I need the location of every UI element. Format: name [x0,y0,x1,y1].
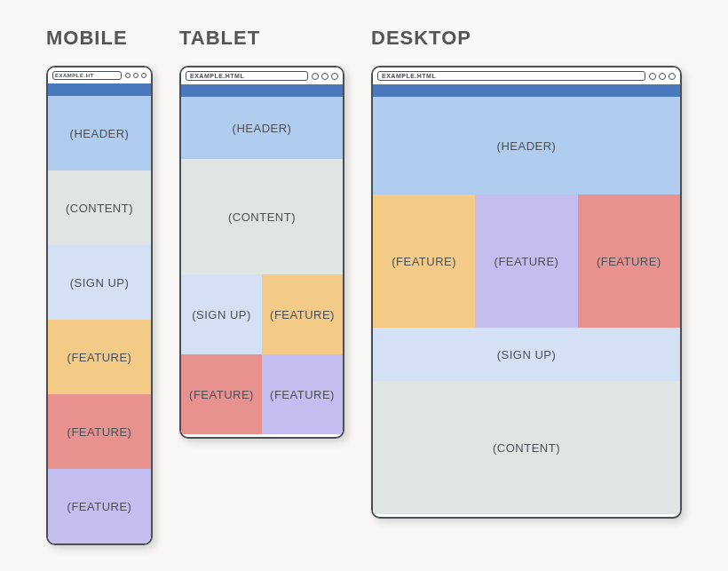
window-dot-icon [133,73,138,78]
tablet-layout: TABLET EXAMPLE.HTML (HEADER) (CONTENT) (… [179,27,344,439]
window-dot-icon [331,73,338,80]
nav-bar [48,83,151,96]
url-bar: EXAMPLE.HTML [186,71,308,81]
feature-section: (FEATURE) [48,469,151,543]
feature-section: (FEATURE) [181,354,262,434]
desktop-label: DESKTOP [371,27,682,50]
window-dot-icon [141,73,146,78]
window-dot-icon [125,73,131,78]
window-dot-icon [659,73,666,80]
tablet-label: TABLET [179,27,344,50]
window-controls [125,73,146,78]
tablet-frame: EXAMPLE.HTML (HEADER) (CONTENT) (SIGN UP… [179,66,344,439]
feature-section: (FEATURE) [48,394,151,469]
browser-chrome: EXAMPLE.HTML [181,67,343,84]
header-section: (HEADER) [181,97,343,159]
feature-section: (FEATURE) [262,354,343,434]
window-dot-icon [321,73,328,80]
browser-chrome: EXAMPLE.HT [48,67,151,83]
window-controls [312,73,338,80]
signup-section: (SIGN UP) [373,328,680,381]
nav-bar [373,84,680,97]
window-controls [649,73,676,80]
desktop-frame: EXAMPLE.HTML (HEADER) (FEATURE) (FEATURE… [371,66,682,519]
mobile-frame: EXAMPLE.HT (HEADER) (CONTENT) (SIGN UP) … [46,66,153,545]
window-dot-icon [669,73,676,80]
content-section: (CONTENT) [373,381,680,514]
content-section: (CONTENT) [181,159,343,274]
window-dot-icon [312,73,319,80]
url-bar: EXAMPLE.HT [52,71,122,80]
browser-chrome: EXAMPLE.HTML [373,67,680,84]
signup-section: (SIGN UP) [48,245,151,320]
feature-section: (FEATURE) [373,194,475,328]
header-section: (HEADER) [48,96,151,171]
feature-section: (FEATURE) [475,194,577,328]
feature-section: (FEATURE) [262,274,343,354]
mobile-label: MOBILE [46,27,153,50]
signup-section: (SIGN UP) [181,274,262,354]
nav-bar [181,84,343,97]
window-dot-icon [649,73,656,80]
content-section: (CONTENT) [48,171,151,245]
feature-section: (FEATURE) [578,194,680,328]
feature-section: (FEATURE) [48,320,151,394]
header-section: (HEADER) [373,97,680,194]
desktop-layout: DESKTOP EXAMPLE.HTML (HEADER) (FEATURE) … [371,27,682,519]
mobile-layout: MOBILE EXAMPLE.HT (HEADER) (CONTENT) (SI… [46,27,153,545]
url-bar: EXAMPLE.HTML [377,71,645,81]
